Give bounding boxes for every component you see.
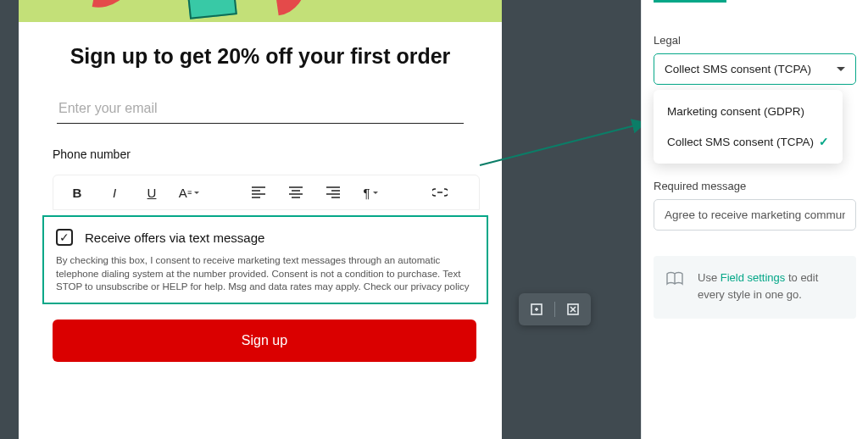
book-icon	[665, 271, 684, 286]
dropdown-option-label: Marketing consent (GDPR)	[667, 105, 804, 118]
consent-body-text: By checking this box, I consent to recei…	[56, 254, 475, 294]
legal-dropdown: Marketing consent (GDPR) Collect SMS con…	[654, 90, 843, 164]
legal-select[interactable]: Collect SMS consent (TCPA)	[654, 53, 856, 85]
hero-banner: MY CHILL OUT MOOD	[19, 0, 502, 22]
align-right-icon[interactable]	[325, 184, 342, 201]
required-message-label: Required message	[654, 180, 856, 192]
consent-checkbox[interactable]: ✓	[56, 229, 73, 246]
block-actions-toolbar	[519, 293, 591, 325]
underline-icon[interactable]: U	[143, 184, 160, 201]
settings-panel: Legal Collect SMS consent (TCPA) Marketi…	[641, 0, 868, 439]
legal-label: Legal	[654, 34, 856, 47]
phone-number-label: Phone number	[53, 147, 468, 161]
dropdown-option-tcpa[interactable]: Collect SMS consent (TCPA) ✓	[654, 126, 843, 157]
delete-icon[interactable]	[564, 300, 582, 319]
hero-product-tile: MY CHILL OUT MOOD	[186, 0, 237, 19]
consent-title: Receive offers via text message	[85, 231, 264, 245]
italic-icon[interactable]: I	[106, 184, 123, 201]
align-center-icon[interactable]	[287, 184, 304, 201]
align-left-icon[interactable]	[250, 184, 267, 201]
duplicate-icon[interactable]	[527, 300, 546, 319]
email-field[interactable]	[57, 94, 464, 124]
legal-select-value: Collect SMS consent (TCPA)	[665, 63, 811, 75]
signup-button[interactable]: Sign up	[53, 320, 476, 362]
rich-text-toolbar: B I U A≡ ¶	[53, 175, 480, 210]
link-icon[interactable]	[431, 184, 448, 201]
dropdown-option-gdpr[interactable]: Marketing consent (GDPR)	[654, 97, 843, 126]
signup-form-card: MY CHILL OUT MOOD Sign up to get 20% off…	[19, 0, 502, 439]
sms-consent-block[interactable]: ✓ Receive offers via text message By che…	[42, 215, 488, 304]
field-settings-link[interactable]: Field settings	[721, 271, 786, 284]
check-icon: ✓	[819, 135, 829, 148]
dropdown-option-label: Collect SMS consent (TCPA)	[667, 136, 814, 148]
required-message-field[interactable]	[654, 199, 856, 231]
chevron-down-icon	[837, 67, 845, 71]
bold-icon[interactable]: B	[69, 184, 86, 201]
font-size-icon[interactable]: A≡	[181, 184, 198, 201]
paragraph-icon[interactable]: ¶	[362, 184, 379, 201]
form-body: Sign up to get 20% off your first order …	[19, 22, 502, 374]
hint-prefix: Use	[698, 271, 721, 284]
canvas-area: MY CHILL OUT MOOD Sign up to get 20% off…	[0, 0, 634, 439]
toolbar-divider	[554, 302, 555, 317]
form-heading: Sign up to get 20% off your first order	[53, 44, 468, 69]
field-settings-hint: Use Field settings to edit every style i…	[654, 256, 856, 319]
